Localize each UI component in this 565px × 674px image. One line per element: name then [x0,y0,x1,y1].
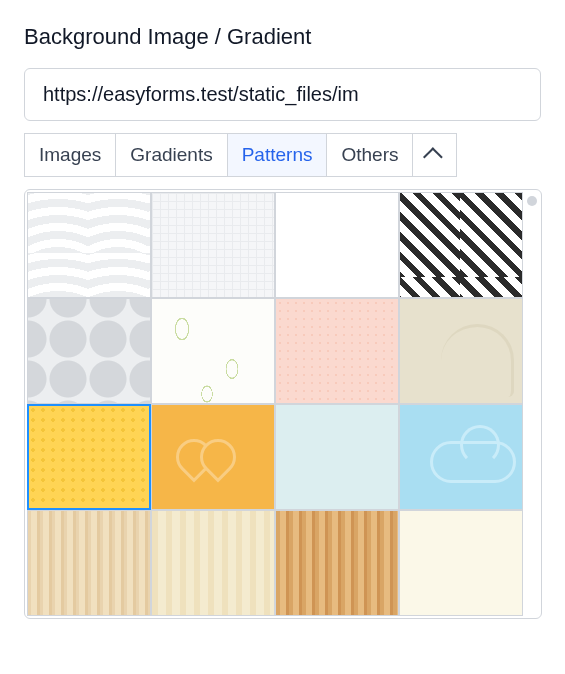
tab-others[interactable]: Others [327,133,413,177]
pattern-thumb-orange-heart[interactable] [151,404,275,510]
pattern-thumb-yellow-dot-grid[interactable] [27,404,151,510]
pattern-thumb-plain-white[interactable] [275,192,399,298]
pattern-thumb-cream-plain[interactable] [399,510,523,616]
pattern-thumb-sky-cloud[interactable] [399,404,523,510]
pattern-thumb-grey-quatrefoil[interactable] [27,298,151,404]
pattern-thumb-waves-light[interactable] [27,192,151,298]
pattern-thumb-medium-wood[interactable] [275,510,399,616]
pattern-thumb-pale-blue[interactable] [275,404,399,510]
chevron-up-icon [423,147,443,167]
patterns-panel [24,189,542,619]
background-url-input[interactable] [24,68,541,121]
collapse-button[interactable] [413,133,457,177]
scrollbar-thumb[interactable] [527,196,537,206]
tab-images[interactable]: Images [24,133,116,177]
pattern-thumb-subtle-grid[interactable] [151,192,275,298]
pattern-thumb-diagonal-stripes[interactable] [399,192,523,298]
pattern-thumb-beige-stroller[interactable] [399,298,523,404]
tab-gradients[interactable]: Gradients [116,133,227,177]
tabs-row: Images Gradients Patterns Others [24,133,541,177]
tab-patterns[interactable]: Patterns [228,133,328,177]
pattern-thumb-light-wood-2[interactable] [151,510,275,616]
section-title: Background Image / Gradient [24,24,541,50]
patterns-grid [27,192,523,616]
pattern-thumb-light-wood-1[interactable] [27,510,151,616]
pattern-thumb-peach-dots[interactable] [275,298,399,404]
pattern-thumb-green-leaves[interactable] [151,298,275,404]
